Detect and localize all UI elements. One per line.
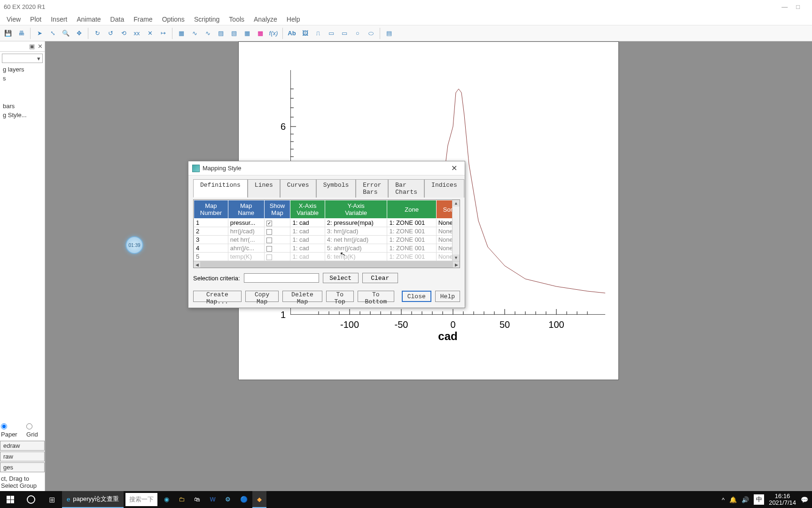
xy-icon[interactable]: ✕ <box>144 27 156 40</box>
checkbox-icon[interactable] <box>266 254 272 260</box>
tab-curves[interactable]: Curves <box>280 179 316 198</box>
pointer-plus-icon[interactable]: ⤡ <box>47 27 59 40</box>
tab-lines[interactable]: Lines <box>248 179 280 198</box>
menu-animate[interactable]: Animate <box>72 15 105 24</box>
zoom-icon[interactable]: 🔍 <box>60 27 72 40</box>
ges-button[interactable]: ges <box>0 462 45 472</box>
checkbox-icon[interactable] <box>266 229 272 235</box>
raw-button[interactable]: raw <box>0 452 45 461</box>
copy-map-button[interactable]: Copy Map <box>245 291 279 302</box>
rect-icon[interactable]: ▭ <box>325 27 337 40</box>
col-y-axis[interactable]: Y-AxisVariable <box>325 200 387 219</box>
tab-indices[interactable]: Indices <box>424 179 464 198</box>
help-button[interactable]: Help <box>435 291 460 302</box>
sine2-icon[interactable]: ∿ <box>202 27 214 40</box>
tab-bar-charts[interactable]: Bar Charts <box>388 179 424 198</box>
taskbar-clock[interactable]: 16:16 2021/7/14 <box>769 493 796 506</box>
selection-criteria-input[interactable] <box>244 273 319 283</box>
menu-help[interactable]: Help <box>282 15 305 24</box>
create-map-button[interactable]: Create Map... <box>193 291 242 302</box>
ime-indicator[interactable]: 中 <box>754 494 764 505</box>
vertical-scrollbar[interactable]: ▲ ▼ <box>452 200 460 261</box>
taskbar-app-explorer[interactable]: 🗀 <box>174 491 189 508</box>
tray-notification-icon[interactable]: 🔔 <box>729 496 737 503</box>
layer-dropdown[interactable]: ▾ <box>2 54 43 63</box>
table-row[interactable]: 1 pressur... ✓ 1: cad 2: pressure(mpa) 1… <box>194 219 460 227</box>
tab-error-bars[interactable]: Error Bars <box>356 179 388 198</box>
scroll-down-icon[interactable]: ▼ <box>453 254 460 261</box>
col-map-number[interactable]: MapNumber <box>194 200 228 219</box>
arrow-mode-icon[interactable]: ↦ <box>157 27 169 40</box>
xx-icon[interactable]: xx <box>131 27 143 40</box>
tree-item-layers[interactable]: g layers <box>0 65 45 74</box>
grid-icon[interactable]: ▦ <box>254 27 266 40</box>
taskbar-app-word[interactable]: W <box>205 491 220 508</box>
save-icon[interactable]: 💾 <box>2 27 14 40</box>
menu-data[interactable]: Data <box>106 15 129 24</box>
ellipse-icon[interactable]: ⬭ <box>365 27 377 40</box>
table-row[interactable]: 5temp(K)1: cad6: temp(K)1: ZONE 001None <box>194 253 460 261</box>
close-button[interactable]: Close <box>402 291 431 302</box>
taskbar-app-browser[interactable]: e paperyy论文查重 <box>62 491 124 508</box>
scroll-right-icon[interactable]: ▶ <box>453 262 460 268</box>
radio-paper[interactable]: Paper <box>1 423 23 438</box>
tree-item-s[interactable]: s <box>0 74 45 83</box>
pointer-icon[interactable]: ➤ <box>33 27 46 40</box>
checkbox-icon[interactable] <box>266 246 272 252</box>
checkbox-icon[interactable] <box>266 238 272 243</box>
rotate-x-icon[interactable]: ↻ <box>91 27 103 40</box>
grid-color-icon[interactable]: ▦ <box>241 27 253 40</box>
col-show-map[interactable]: ShowMap <box>264 200 290 219</box>
scroll-left-icon[interactable]: ◀ <box>194 262 200 268</box>
image-icon[interactable]: 🖼 <box>299 27 311 40</box>
tree-item-style[interactable]: g Style... <box>0 111 45 119</box>
taskbar-search-input[interactable]: 搜索一下 <box>125 493 157 506</box>
minimize-button[interactable]: — <box>781 3 788 10</box>
redraw-button[interactable]: edraw <box>0 441 45 451</box>
to-top-button[interactable]: To Top <box>326 291 354 302</box>
tab-definitions[interactable]: Definitions <box>193 179 248 198</box>
col-map-name[interactable]: MapName <box>228 200 264 219</box>
to-bottom-button[interactable]: To Bottom <box>358 291 394 302</box>
pan-icon[interactable]: ✥ <box>73 27 85 40</box>
start-button[interactable] <box>0 491 21 508</box>
rotate-y-icon[interactable]: ↺ <box>104 27 117 40</box>
taskbar-app-chrome[interactable]: 🔵 <box>235 491 252 508</box>
menu-analyze[interactable]: Analyze <box>249 15 282 24</box>
region-icon[interactable]: ▧ <box>228 27 240 40</box>
delete-map-button[interactable]: Delete Map <box>282 291 322 302</box>
table-row[interactable]: 2hrr(j/cad)1: cad3: hrr(j/cad)1: ZONE 00… <box>194 227 460 236</box>
maximize-button[interactable]: □ <box>796 3 800 10</box>
table-row[interactable]: 4ahrr(j/c...1: cad5: ahrr(j/cad)1: ZONE … <box>194 244 460 253</box>
panel-close-icon[interactable]: ✕ <box>38 43 43 50</box>
tab-symbols[interactable]: Symbols <box>316 179 356 198</box>
scroll-up-icon[interactable]: ▲ <box>453 200 460 206</box>
taskbar-app-edge[interactable]: ◉ <box>159 491 174 508</box>
menu-plot[interactable]: Plot <box>25 15 46 24</box>
tree-item-bars[interactable]: bars <box>0 102 45 111</box>
menu-tools[interactable]: Tools <box>224 15 249 24</box>
print-icon[interactable]: 🖶 <box>15 27 27 40</box>
menu-insert[interactable]: Insert <box>46 15 72 24</box>
col-zone[interactable]: Zone <box>387 200 436 219</box>
rotate-z-icon[interactable]: ⟲ <box>117 27 130 40</box>
tray-volume-icon[interactable]: 🔊 <box>742 496 749 503</box>
surface-icon[interactable]: ▨ <box>215 27 227 40</box>
cube-icon[interactable]: ▦ <box>175 27 187 40</box>
taskbar-app-tecplot[interactable]: ◆ <box>252 491 266 508</box>
cortana-icon[interactable] <box>21 495 41 504</box>
horizontal-scrollbar[interactable]: ◀ ▶ <box>194 261 460 268</box>
select-button[interactable]: Select <box>323 273 359 283</box>
task-view-icon[interactable]: ⊞ <box>41 495 62 504</box>
layout-icon[interactable]: ▤ <box>383 27 395 40</box>
fx-icon[interactable]: f(x) <box>267 27 280 40</box>
taskbar-app-settings[interactable]: ⚙ <box>220 491 235 508</box>
menu-scripting[interactable]: Scripting <box>189 15 224 24</box>
circle-icon[interactable]: ○ <box>351 27 364 40</box>
radio-grid[interactable]: Grid <box>26 423 44 438</box>
text-icon[interactable]: Ab <box>286 27 298 40</box>
dock-icon[interactable]: ▣ <box>29 43 35 50</box>
tray-up-icon[interactable]: ^ <box>722 496 725 503</box>
checkbox-icon[interactable]: ✓ <box>266 221 272 226</box>
taskbar-app-store[interactable]: 🛍 <box>189 491 205 508</box>
